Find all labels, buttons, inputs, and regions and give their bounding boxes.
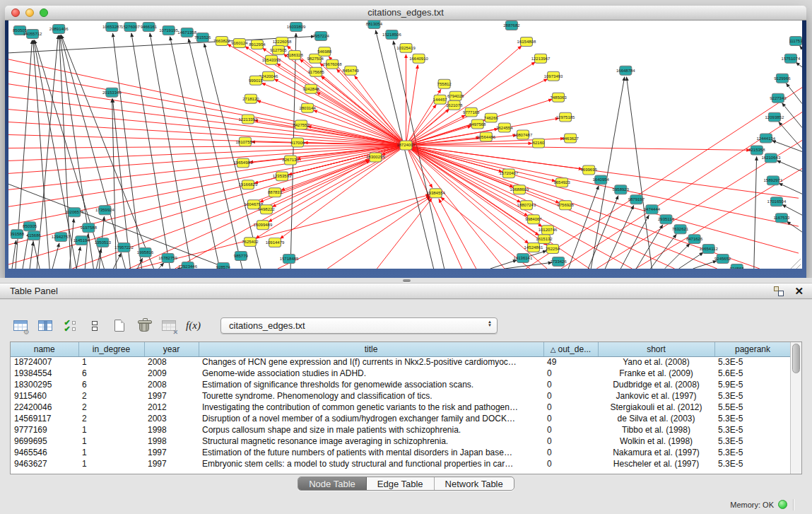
minimize-window-button[interactable] xyxy=(25,8,34,17)
graph-edge[interactable] xyxy=(314,110,406,146)
table-cell[interactable]: Genome-wide association studies in ADHD. xyxy=(199,368,543,379)
table-cell[interactable]: 0 xyxy=(543,402,598,413)
graph-node[interactable]: 12213392 xyxy=(239,115,258,124)
graph-edge[interactable] xyxy=(787,221,802,232)
graph-node[interactable]: 5958923 xyxy=(613,185,630,194)
table-cell[interactable]: Disruption of a novel member of a sodium… xyxy=(199,413,543,424)
column-header-short[interactable]: short xyxy=(598,342,714,356)
graph-node[interactable]: 9879197 xyxy=(628,195,645,204)
graph-node[interactable]: 9227343 xyxy=(770,93,787,103)
graph-node[interactable]: 391588 xyxy=(10,230,25,239)
table-cell[interactable]: 0 xyxy=(543,368,598,379)
graph-node[interactable]: 16033809 xyxy=(287,22,306,31)
graph-edge[interactable] xyxy=(393,41,444,269)
graph-node[interactable]: 2887682 xyxy=(503,21,520,30)
table-cell[interactable]: Estimation of significance thresholds fo… xyxy=(199,379,543,390)
graph-node[interactable]: 12942757 xyxy=(52,233,71,242)
graph-edge[interactable] xyxy=(113,253,121,269)
graph-node[interactable]: 6794028 xyxy=(447,91,464,100)
table-cell[interactable]: Hescheler et al. (1997) xyxy=(598,458,714,469)
graph-edge[interactable] xyxy=(591,77,625,269)
graph-node[interactable]: 62160 xyxy=(532,139,545,148)
table-cell[interactable]: Embryonic stem cells: a model to study s… xyxy=(199,458,543,469)
graph-node[interactable]: 7625402 xyxy=(242,238,259,247)
graph-node[interactable]: 16648784 xyxy=(616,66,635,75)
table-row[interactable]: 2242004622012Investigating the contribut… xyxy=(11,402,791,413)
network-canvas[interactable]: 1872400718300295193845547663822916012489… xyxy=(8,21,802,269)
table-cell[interactable]: Wolkin et al. (1998) xyxy=(598,436,714,447)
table-row[interactable]: 946362711997Embryonic stem cells: a mode… xyxy=(11,458,791,469)
graph-node[interactable]: 16640910 xyxy=(409,54,428,63)
table-cell[interactable]: 9699695 xyxy=(11,436,78,447)
column-header-out-de-[interactable]: △out_de... xyxy=(543,342,598,356)
graph-node[interactable]: 850305 xyxy=(23,222,37,231)
table-cell[interactable]: 1 xyxy=(78,356,144,368)
graph-edge[interactable] xyxy=(782,103,802,128)
function-builder-button[interactable]: f(x) xyxy=(184,317,202,334)
table-cell[interactable]: 2009 xyxy=(144,368,199,379)
table-cell[interactable]: 5.3E-5 xyxy=(714,436,791,447)
table-row[interactable]: 1830029562008Estimation of significance … xyxy=(11,379,791,390)
table-cell[interactable]: 6 xyxy=(78,379,144,390)
graph-edge[interactable] xyxy=(8,36,314,52)
graph-node[interactable]: 19166829 xyxy=(239,180,258,189)
graph-node[interactable]: 12975185 xyxy=(556,112,575,122)
graph-node[interactable]: 17957222 xyxy=(114,243,134,252)
table-cell[interactable]: Tibbo et al. (1998) xyxy=(598,424,714,436)
graph-edge[interactable] xyxy=(505,262,552,269)
table-cell[interactable]: 0 xyxy=(543,436,598,447)
graph-node[interactable]: 417006 xyxy=(290,138,305,147)
table-cell[interactable]: 19384554 xyxy=(11,368,78,379)
graph-edge[interactable] xyxy=(159,263,164,269)
column-header-in-degree[interactable]: in_degree xyxy=(78,342,144,356)
graph-edge[interactable] xyxy=(261,83,406,145)
table-cell[interactable]: 0 xyxy=(543,424,598,436)
table-cell[interactable]: Stergiakouli et al. (2012) xyxy=(598,402,714,413)
graph-node[interactable]: 1145194 xyxy=(73,236,90,245)
graph-node[interactable]: 7957224 xyxy=(312,31,329,40)
graph-node[interactable]: 9699695 xyxy=(581,165,598,175)
table-cell[interactable]: 1997 xyxy=(144,390,199,402)
table-row[interactable]: 911546021997Tourette syndrome. Phenomeno… xyxy=(11,390,791,402)
graph-node[interactable]: 7632621 xyxy=(672,225,689,234)
graph-edge[interactable] xyxy=(406,105,437,146)
scrollbar-thumb[interactable] xyxy=(792,344,800,373)
memory-indicator-dot[interactable] xyxy=(778,500,787,509)
graph-node[interactable]: 111753 xyxy=(789,36,802,45)
graph-node[interactable]: 8813054 xyxy=(366,21,383,28)
table-cell[interactable]: Changes of HCN gene expression and I(f) … xyxy=(199,356,543,368)
table-row[interactable]: 1938455462009Genome-wide association stu… xyxy=(11,368,791,379)
table-cell[interactable]: 5.9E-5 xyxy=(714,379,791,390)
table-cell[interactable]: 14569117 xyxy=(11,413,78,424)
table-cell[interactable]: Corpus callosum shape and size in male p… xyxy=(199,424,543,436)
graph-edge[interactable] xyxy=(8,145,406,206)
graph-edge[interactable] xyxy=(786,83,802,104)
graph-node[interactable]: 12213967 xyxy=(531,54,551,63)
select-columns-button[interactable]: ✔ ✔ xyxy=(61,317,78,334)
graph-node[interactable]: 9466161 xyxy=(141,22,158,31)
graph-edge[interactable] xyxy=(52,243,59,269)
table-cell[interactable]: 0 xyxy=(543,458,598,469)
graph-node[interactable]: 3624554 xyxy=(496,123,513,132)
graph-node[interactable]: 9127505 xyxy=(270,45,287,54)
table-row[interactable]: 1456911722003Disruption of a novel membe… xyxy=(11,413,791,424)
table-cell[interactable]: 9463627 xyxy=(11,458,78,469)
close-panel-icon[interactable]: ✕ xyxy=(794,286,804,296)
graph-node[interactable]: 10543392 xyxy=(262,55,281,64)
graph-node[interactable]: 9197588 xyxy=(81,223,98,233)
graph-edge[interactable] xyxy=(8,71,406,146)
graph-edge[interactable] xyxy=(620,215,649,269)
table-cell[interactable]: 0 xyxy=(543,379,598,390)
table-cell[interactable]: 1998 xyxy=(144,424,199,436)
table-cell[interactable]: 6 xyxy=(78,368,144,379)
table-row[interactable]: 946554611997Estimation of the future num… xyxy=(11,447,791,458)
graph-node[interactable]: 8267130 xyxy=(282,156,299,165)
graph-node[interactable]: 7485063 xyxy=(550,93,567,102)
table-cell[interactable]: Estimation of the future numbers of pati… xyxy=(199,447,543,458)
graph-edge[interactable] xyxy=(355,76,406,145)
graph-edge[interactable] xyxy=(278,196,430,269)
table-row[interactable]: 1872400712008Changes of HCN gene express… xyxy=(11,356,791,368)
table-row[interactable]: 977716911998Corpus callosum shape and si… xyxy=(11,424,791,436)
zoom-window-button[interactable] xyxy=(40,8,48,17)
table-cell[interactable]: 5.3E-5 xyxy=(714,458,791,469)
